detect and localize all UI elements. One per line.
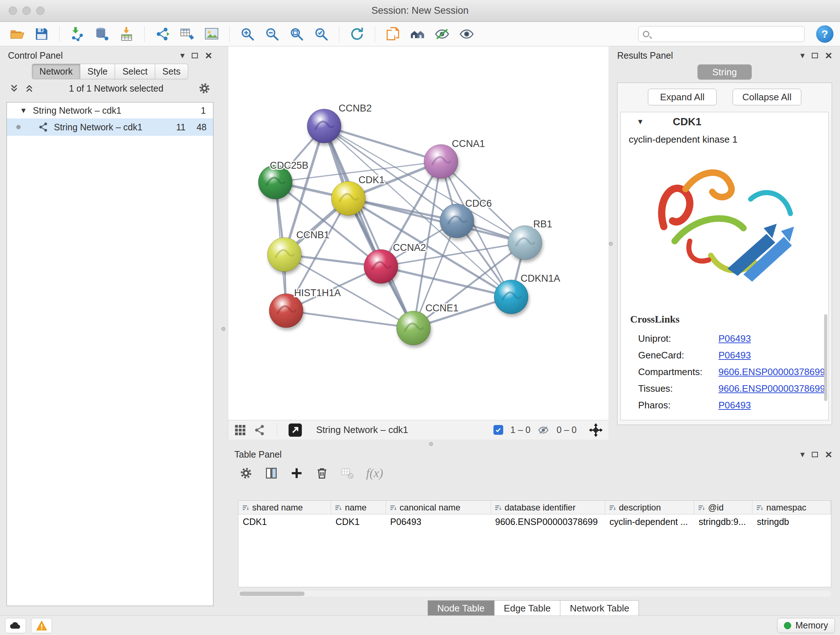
tab-select[interactable]: Select <box>115 64 155 79</box>
tab-style[interactable]: Style <box>80 64 115 79</box>
panel-menu-icon[interactable]: ▾ <box>180 50 185 60</box>
network-node-CDC6[interactable] <box>440 204 474 238</box>
tab-network[interactable]: Network <box>32 64 80 79</box>
column-header-description[interactable]: description <box>605 501 694 514</box>
node-label-CCNB2: CCNB2 <box>339 103 372 114</box>
panel-float-icon[interactable] <box>812 452 818 457</box>
panel-close-icon[interactable]: × <box>825 52 832 59</box>
network-node-CCNA2[interactable] <box>364 249 398 283</box>
export-view-icon[interactable] <box>288 423 302 437</box>
splitter-handle[interactable] <box>221 327 225 331</box>
selected-checkbox-icon[interactable] <box>493 425 503 435</box>
table-hscrollbar-thumb[interactable] <box>240 592 305 596</box>
import-network-file-icon[interactable] <box>67 24 88 44</box>
crosslink-link[interactable]: P06493 <box>718 350 751 361</box>
panel-menu-icon[interactable]: ▾ <box>800 449 805 459</box>
collapse-all-icon[interactable] <box>9 84 19 93</box>
node-label-CDK1: CDK1 <box>358 174 385 185</box>
network-node-HIST1H1A[interactable] <box>269 294 303 328</box>
crosslink-link[interactable]: P06493 <box>718 333 751 344</box>
panel-menu-icon[interactable]: ▾ <box>800 50 805 60</box>
splitter-handle[interactable] <box>609 242 613 246</box>
column-header-canonical-name[interactable]: canonical name <box>386 501 491 514</box>
birdseye-view-icon[interactable] <box>254 424 266 436</box>
first-neighbors-icon[interactable] <box>407 24 428 44</box>
tab-string[interactable]: String <box>698 65 752 80</box>
network-node-RB1[interactable] <box>508 226 542 260</box>
sort-icon <box>494 504 502 511</box>
results-scrollbar[interactable] <box>824 314 827 401</box>
main-toolbar: ? <box>0 22 840 46</box>
export-image-icon[interactable] <box>201 24 222 44</box>
cloud-icon[interactable] <box>5 618 26 633</box>
network-node-CCNB1[interactable] <box>267 238 302 272</box>
network-node-CCNB2[interactable] <box>307 109 341 143</box>
warning-icon[interactable] <box>31 618 52 633</box>
memory-button[interactable]: Memory <box>777 618 835 633</box>
import-table-icon[interactable] <box>116 24 137 44</box>
table-hscrollbar[interactable] <box>238 591 831 597</box>
network-node-CDKN1A[interactable] <box>494 280 528 314</box>
search-input[interactable] <box>653 29 800 40</box>
pan-tool-icon[interactable] <box>589 423 603 437</box>
crosslink-link[interactable]: P06493 <box>718 400 751 411</box>
export-network-icon[interactable] <box>152 24 173 44</box>
import-network-database-icon[interactable] <box>92 24 112 44</box>
section-expander-icon[interactable]: ▼ <box>637 118 644 126</box>
tab-network-table[interactable]: Network Table <box>561 600 639 616</box>
table-settings-gear-icon[interactable] <box>240 467 253 480</box>
column-header-name[interactable]: name <box>331 501 386 514</box>
zoom-fit-icon[interactable] <box>286 24 307 44</box>
crosslink-link[interactable]: 9606.ENSP00000378699 <box>718 366 825 378</box>
zoom-selected-icon[interactable] <box>311 24 332 44</box>
grid-view-icon[interactable] <box>234 424 246 436</box>
crosslinks-title: CrossLinks <box>630 314 679 325</box>
network-edge-CCNB2-CCNA1[interactable] <box>324 126 441 162</box>
network-row-selected[interactable]: String Network – cdk1 11 48 <box>7 119 213 136</box>
refresh-icon[interactable] <box>347 24 368 44</box>
show-all-icon[interactable] <box>456 24 477 44</box>
function-builder-icon[interactable]: f(x) <box>366 466 383 480</box>
panel-close-icon[interactable]: × <box>825 451 832 458</box>
collapse-all-button[interactable]: Collapse All <box>733 89 801 105</box>
network-node-CCNE1[interactable] <box>396 311 431 345</box>
network-edge-HIST1H1A-CCNE1[interactable] <box>286 310 414 328</box>
panel-float-icon[interactable] <box>812 53 818 58</box>
column-header-shared-name[interactable]: shared name <box>238 501 331 514</box>
show-columns-icon[interactable] <box>265 467 278 480</box>
panel-close-icon[interactable]: × <box>205 52 212 59</box>
zoom-in-icon[interactable] <box>237 24 258 44</box>
node-label-CCNA2: CCNA2 <box>393 242 426 253</box>
save-session-icon[interactable] <box>31 24 52 44</box>
results-panel: Results Panel ▾ × String Expand All Coll… <box>612 48 837 444</box>
tab-edge-table[interactable]: Edge Table <box>494 600 561 616</box>
add-column-icon[interactable] <box>290 467 303 480</box>
table-row[interactable]: CDK1CDK1P064939606.ENSP00000378699cyclin… <box>238 515 831 530</box>
crosslink-link[interactable]: 9606.ENSP00000378699 <box>718 383 825 394</box>
search-box[interactable] <box>638 26 805 42</box>
hide-selected-icon[interactable] <box>431 24 453 44</box>
panel-float-icon[interactable] <box>192 53 198 58</box>
expand-all-icon[interactable] <box>25 84 34 93</box>
splitter-handle[interactable] <box>429 442 433 446</box>
tab-sets[interactable]: Sets <box>155 64 188 79</box>
network-canvas[interactable]: CCNB2CCNA1CDC25BCDK1CDC6RB1CCNB1CCNA2CDK… <box>228 46 608 420</box>
zoom-out-icon[interactable] <box>262 24 283 44</box>
network-node-CDK1[interactable] <box>332 181 365 215</box>
column-header--id[interactable]: @id <box>694 501 752 514</box>
network-edge-CDK1-RB1[interactable] <box>348 198 525 242</box>
column-header-namespac[interactable]: namespac <box>752 501 831 514</box>
clone-network-icon[interactable] <box>382 24 403 44</box>
expand-all-button[interactable]: Expand All <box>648 89 717 105</box>
column-header-database-identifier[interactable]: database identifier <box>491 501 605 514</box>
open-session-icon[interactable] <box>6 24 27 44</box>
network-collection-row[interactable]: ▼ String Network – cdk1 1 <box>7 103 213 119</box>
gear-icon[interactable] <box>198 82 210 95</box>
network-node-CCNA1[interactable] <box>424 144 458 179</box>
tab-node-table[interactable]: Node Table <box>428 600 494 616</box>
toolbar-separator <box>375 26 375 42</box>
help-icon[interactable]: ? <box>816 25 834 43</box>
export-table-icon[interactable] <box>177 24 197 44</box>
delete-column-trash-icon[interactable] <box>316 467 328 480</box>
tree-expander-icon[interactable]: ▼ <box>20 106 27 115</box>
